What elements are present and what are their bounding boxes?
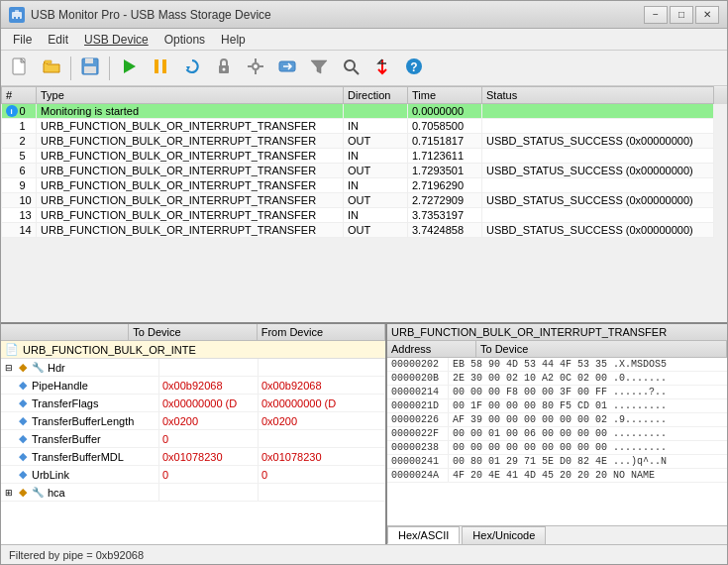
row-direction: OUT <box>344 193 408 208</box>
menu-options[interactable]: Options <box>156 31 213 49</box>
row-time: 0.7058500 <box>408 119 482 134</box>
search-button[interactable] <box>336 55 365 82</box>
col-header-num[interactable]: # <box>2 87 37 104</box>
menu-file[interactable]: File <box>5 31 40 49</box>
tree-row[interactable]: ◆TransferFlags0x00000000 (D0x00000000 (D <box>1 395 385 412</box>
hex-address: 00000241 <box>387 455 449 468</box>
menu-help[interactable]: Help <box>213 31 254 49</box>
table-row[interactable]: i0Monitoring is started0.0000000 <box>2 104 728 119</box>
play-button[interactable] <box>114 55 144 82</box>
field-bullet: ◆ <box>19 396 27 409</box>
col-header-status[interactable]: Status <box>482 87 714 104</box>
row-time: 2.7196290 <box>408 178 482 193</box>
maximize-button[interactable]: □ <box>670 6 693 24</box>
tree-row[interactable]: ◆TransferBuffer0 <box>1 430 385 448</box>
col-header-direction[interactable]: Direction <box>344 87 408 104</box>
detail-tree[interactable]: ⊟◆🔧Hdr◆PipeHandle0x00b920680x00b92068◆Tr… <box>1 359 385 544</box>
row-direction: OUT <box>344 164 408 178</box>
hex-address: 0000024A <box>387 469 449 482</box>
collapse-icon[interactable]: ⊟ <box>5 363 17 373</box>
hex-row: 0000020B2E 30 00 02 10 A2 0C 02 00 .0...… <box>387 372 727 386</box>
svg-rect-0 <box>12 12 22 19</box>
svg-rect-2 <box>14 17 16 19</box>
app-icon <box>9 7 25 23</box>
toolbar-sep-2 <box>109 56 110 80</box>
tree-label: TransferBufferMDL <box>32 451 124 463</box>
col-header-time[interactable]: Time <box>408 87 482 104</box>
row-time: 0.7151817 <box>408 134 482 149</box>
row-direction: IN <box>344 178 408 193</box>
tree-node-icon: 🔧 <box>32 487 44 498</box>
expand-icon[interactable]: ⊞ <box>5 488 17 498</box>
status-bar: Filtered by pipe = 0xb92068 <box>1 544 727 564</box>
hex-col-data: To Device <box>476 341 727 357</box>
tree-cell-name: ◆TransferBuffer <box>1 430 159 447</box>
table-row[interactable]: 13URB_FUNCTION_BULK_OR_INTERRUPT_TRANSFE… <box>2 208 728 223</box>
tree-row[interactable]: ◆UrbLink00 <box>1 466 385 484</box>
tree-row[interactable]: ⊞◆🔧hca <box>1 484 385 502</box>
main-content: # Type Direction Time Status i0Monitorin… <box>1 86 727 544</box>
tree-cell-name: ◆TransferFlags <box>1 395 159 411</box>
hex-panel: URB_FUNCTION_BULK_OR_INTERRUPT_TRANSFER … <box>387 324 727 544</box>
table-row[interactable]: 10URB_FUNCTION_BULK_OR_INTERRUPT_TRANSFE… <box>2 193 728 208</box>
tree-cell-name: ⊞◆🔧hca <box>1 484 159 501</box>
row-direction: IN <box>344 208 408 223</box>
save-button[interactable] <box>75 55 105 82</box>
row-type: URB_FUNCTION_BULK_OR_INTERRUPT_TRANSFER <box>37 223 344 238</box>
menu-edit[interactable]: Edit <box>40 31 76 49</box>
minimize-button[interactable]: − <box>644 6 668 24</box>
row-status <box>482 149 714 164</box>
tree-row[interactable]: ◆TransferBufferMDL0x010782300x01078230 <box>1 448 385 466</box>
close-button[interactable]: ✕ <box>695 6 719 24</box>
svg-rect-3 <box>18 17 20 19</box>
new-button[interactable] <box>5 55 35 82</box>
refresh-button[interactable] <box>177 55 207 82</box>
row-status <box>482 208 714 223</box>
hex-panel-title: URB_FUNCTION_BULK_OR_INTERRUPT_TRANSFER <box>387 324 727 341</box>
hex-row: 0000021D00 1F 00 00 00 80 F5 CD 01 .....… <box>387 399 727 413</box>
hex-tab-ascii[interactable]: Hex/ASCII <box>387 526 460 544</box>
help-button[interactable]: ? <box>399 55 429 82</box>
row-direction: IN <box>344 149 408 164</box>
field-bullet: ◆ <box>19 468 27 481</box>
tree-row[interactable]: ◆PipeHandle0x00b920680x00b92068 <box>1 377 385 395</box>
hex-tab-unicode[interactable]: Hex/Unicode <box>462 526 546 544</box>
hex-address: 00000238 <box>387 441 449 454</box>
tree-cell-to: 0 <box>159 466 259 483</box>
table-row[interactable]: 14URB_FUNCTION_BULK_OR_INTERRUPT_TRANSFE… <box>2 223 728 238</box>
open-button[interactable] <box>37 55 66 82</box>
table-row[interactable]: 6URB_FUNCTION_BULK_OR_INTERRUPT_TRANSFER… <box>2 164 728 178</box>
lock-button[interactable] <box>209 55 239 82</box>
hex-bytes: AF 39 00 00 00 00 00 00 02 .9....... <box>449 413 727 426</box>
tree-row[interactable]: ◆TransferBufferLength0x02000x0200 <box>1 412 385 430</box>
pause-button[interactable] <box>146 55 175 82</box>
row-status: USBD_STATUS_SUCCESS (0x00000000) <box>482 193 714 208</box>
node-icon: ◆ <box>19 486 27 499</box>
config-button[interactable] <box>241 55 270 82</box>
sort-button[interactable] <box>367 55 397 82</box>
table-row[interactable]: 2URB_FUNCTION_BULK_OR_INTERRUPT_TRANSFER… <box>2 134 728 149</box>
field-bullet: ◆ <box>19 450 27 463</box>
main-window: USB Monitor Pro - USB Mass Storage Devic… <box>0 0 728 565</box>
hex-row: 0000024A4F 20 4E 41 4D 45 20 20 20 NO NA… <box>387 469 727 483</box>
help-icon: ? <box>404 56 424 79</box>
row-time: 0.0000000 <box>408 104 482 119</box>
tree-cell-from: 0x0200 <box>259 412 358 429</box>
row-direction <box>344 104 408 119</box>
table-row[interactable]: 1URB_FUNCTION_BULK_OR_INTERRUPT_TRANSFER… <box>2 119 728 134</box>
hex-data-area[interactable]: 00000202EB 58 90 4D 53 44 4F 53 35 .X.MS… <box>387 358 727 525</box>
col-header-type[interactable]: Type <box>37 87 344 104</box>
filter-button[interactable] <box>304 55 334 82</box>
field-bullet: ◆ <box>19 414 27 427</box>
packet-table-container: # Type Direction Time Status i0Monitorin… <box>1 86 727 324</box>
table-row[interactable]: 9URB_FUNCTION_BULK_OR_INTERRUPT_TRANSFER… <box>2 178 728 193</box>
tree-row[interactable]: ⊟◆🔧Hdr <box>1 359 385 377</box>
svg-rect-6 <box>45 60 52 63</box>
transfer-button[interactable] <box>272 55 302 82</box>
field-bullet: ◆ <box>19 432 27 445</box>
menu-usb-device[interactable]: USB Device <box>76 31 156 49</box>
hex-row: 0000022F00 00 01 00 06 00 00 00 00 .....… <box>387 427 727 441</box>
hex-subheader: Address To Device <box>387 341 727 358</box>
hex-address: 0000021D <box>387 399 449 412</box>
table-row[interactable]: 5URB_FUNCTION_BULK_OR_INTERRUPT_TRANSFER… <box>2 149 728 164</box>
